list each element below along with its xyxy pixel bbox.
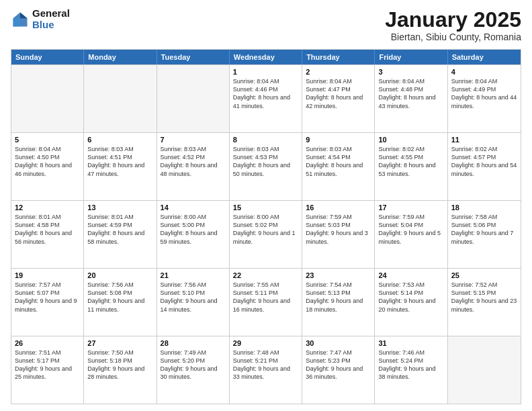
cell-info: Sunrise: 7:47 AM Sunset: 5:23 PM Dayligh… bbox=[306, 349, 371, 381]
calendar-row-3: 19Sunrise: 7:57 AM Sunset: 5:07 PM Dayli… bbox=[11, 268, 521, 336]
calendar-cell-3: 3Sunrise: 8:04 AM Sunset: 4:48 PM Daylig… bbox=[375, 65, 447, 132]
calendar-cell-26: 26Sunrise: 7:51 AM Sunset: 5:17 PM Dayli… bbox=[11, 336, 84, 404]
day-number: 18 bbox=[451, 203, 517, 212]
logo: General Blue bbox=[11, 8, 70, 30]
page: General Blue January 2025 Biertan, Sibiu… bbox=[0, 0, 532, 411]
calendar-cell-24: 24Sunrise: 7:53 AM Sunset: 5:14 PM Dayli… bbox=[375, 269, 447, 336]
calendar-header: SundayMondayTuesdayWednesdayThursdayFrid… bbox=[11, 50, 521, 64]
logo-blue-text: Blue bbox=[32, 19, 70, 31]
cell-info: Sunrise: 7:59 AM Sunset: 5:03 PM Dayligh… bbox=[306, 213, 371, 246]
day-number: 31 bbox=[378, 339, 443, 347]
cell-info: Sunrise: 8:03 AM Sunset: 4:54 PM Dayligh… bbox=[306, 145, 371, 178]
cell-info: Sunrise: 8:01 AM Sunset: 4:58 PM Dayligh… bbox=[15, 213, 80, 246]
day-number: 28 bbox=[161, 339, 226, 347]
day-number: 20 bbox=[87, 271, 152, 279]
calendar-cell-16: 16Sunrise: 7:59 AM Sunset: 5:03 PM Dayli… bbox=[302, 201, 375, 268]
calendar-cell-21: 21Sunrise: 7:56 AM Sunset: 5:10 PM Dayli… bbox=[157, 269, 230, 336]
calendar-cell-empty-0-1 bbox=[84, 65, 157, 132]
day-number: 29 bbox=[233, 339, 298, 347]
calendar-cell-23: 23Sunrise: 7:54 AM Sunset: 5:13 PM Dayli… bbox=[302, 269, 375, 336]
cell-info: Sunrise: 7:46 AM Sunset: 5:24 PM Dayligh… bbox=[378, 349, 443, 381]
calendar-cell-20: 20Sunrise: 7:56 AM Sunset: 5:08 PM Dayli… bbox=[84, 269, 157, 336]
calendar-cell-4: 4Sunrise: 8:04 AM Sunset: 4:49 PM Daylig… bbox=[448, 65, 521, 132]
calendar-cell-25: 25Sunrise: 7:52 AM Sunset: 5:15 PM Dayli… bbox=[448, 269, 521, 336]
day-number: 11 bbox=[451, 136, 517, 144]
day-number: 17 bbox=[378, 203, 443, 212]
calendar-cell-19: 19Sunrise: 7:57 AM Sunset: 5:07 PM Dayli… bbox=[11, 269, 84, 336]
cell-info: Sunrise: 8:01 AM Sunset: 4:59 PM Dayligh… bbox=[87, 213, 152, 246]
cell-info: Sunrise: 7:59 AM Sunset: 5:04 PM Dayligh… bbox=[378, 213, 443, 246]
logo-general-text: General bbox=[32, 8, 70, 19]
calendar-cell-12: 12Sunrise: 8:01 AM Sunset: 4:58 PM Dayli… bbox=[11, 201, 84, 268]
calendar-cell-22: 22Sunrise: 7:55 AM Sunset: 5:11 PM Dayli… bbox=[230, 269, 302, 336]
weekday-header-tuesday: Tuesday bbox=[157, 50, 230, 64]
cell-info: Sunrise: 7:55 AM Sunset: 5:11 PM Dayligh… bbox=[233, 281, 298, 314]
logo-text: General Blue bbox=[32, 8, 70, 30]
day-number: 23 bbox=[306, 271, 371, 279]
weekday-header-friday: Friday bbox=[375, 50, 447, 64]
month-title: January 2025 bbox=[385, 8, 521, 32]
day-number: 14 bbox=[161, 203, 226, 212]
calendar-row-0: 1Sunrise: 8:04 AM Sunset: 4:46 PM Daylig… bbox=[11, 64, 521, 132]
calendar-cell-28: 28Sunrise: 7:49 AM Sunset: 5:20 PM Dayli… bbox=[157, 336, 230, 404]
cell-info: Sunrise: 8:00 AM Sunset: 5:00 PM Dayligh… bbox=[161, 213, 226, 246]
day-number: 2 bbox=[306, 68, 371, 76]
location-subtitle: Biertan, Sibiu County, Romania bbox=[385, 32, 521, 42]
calendar-cell-empty-0-0 bbox=[11, 65, 84, 132]
day-number: 10 bbox=[378, 136, 443, 144]
calendar-cell-10: 10Sunrise: 8:02 AM Sunset: 4:55 PM Dayli… bbox=[375, 133, 447, 200]
cell-info: Sunrise: 7:58 AM Sunset: 5:06 PM Dayligh… bbox=[451, 213, 517, 246]
calendar-cell-empty-0-2 bbox=[157, 65, 230, 132]
calendar-cell-9: 9Sunrise: 8:03 AM Sunset: 4:54 PM Daylig… bbox=[302, 133, 375, 200]
calendar-row-1: 5Sunrise: 8:04 AM Sunset: 4:50 PM Daylig… bbox=[11, 132, 521, 200]
calendar-cell-empty-4-6 bbox=[448, 336, 521, 404]
calendar-row-4: 26Sunrise: 7:51 AM Sunset: 5:17 PM Dayli… bbox=[11, 336, 521, 404]
logo-icon bbox=[11, 10, 30, 29]
cell-info: Sunrise: 7:51 AM Sunset: 5:17 PM Dayligh… bbox=[15, 349, 80, 381]
cell-info: Sunrise: 7:52 AM Sunset: 5:15 PM Dayligh… bbox=[451, 281, 517, 314]
day-number: 25 bbox=[451, 271, 517, 279]
cell-info: Sunrise: 8:04 AM Sunset: 4:48 PM Dayligh… bbox=[378, 77, 443, 110]
cell-info: Sunrise: 8:04 AM Sunset: 4:49 PM Dayligh… bbox=[451, 77, 517, 110]
calendar-cell-6: 6Sunrise: 8:03 AM Sunset: 4:51 PM Daylig… bbox=[84, 133, 157, 200]
cell-info: Sunrise: 7:53 AM Sunset: 5:14 PM Dayligh… bbox=[378, 281, 443, 314]
day-number: 1 bbox=[233, 68, 298, 76]
cell-info: Sunrise: 7:50 AM Sunset: 5:18 PM Dayligh… bbox=[87, 349, 152, 381]
day-number: 21 bbox=[161, 271, 226, 279]
cell-info: Sunrise: 8:00 AM Sunset: 5:02 PM Dayligh… bbox=[233, 213, 298, 246]
header: General Blue January 2025 Biertan, Sibiu… bbox=[11, 8, 521, 42]
day-number: 16 bbox=[306, 203, 371, 212]
calendar-cell-15: 15Sunrise: 8:00 AM Sunset: 5:02 PM Dayli… bbox=[230, 201, 302, 268]
cell-info: Sunrise: 7:56 AM Sunset: 5:08 PM Dayligh… bbox=[87, 281, 152, 314]
calendar-cell-1: 1Sunrise: 8:04 AM Sunset: 4:46 PM Daylig… bbox=[230, 65, 302, 132]
day-number: 26 bbox=[15, 339, 80, 347]
cell-info: Sunrise: 8:02 AM Sunset: 4:57 PM Dayligh… bbox=[451, 145, 517, 178]
day-number: 24 bbox=[378, 271, 443, 279]
cell-info: Sunrise: 7:57 AM Sunset: 5:07 PM Dayligh… bbox=[15, 281, 80, 314]
day-number: 7 bbox=[161, 136, 226, 144]
day-number: 12 bbox=[15, 203, 80, 212]
weekday-header-saturday: Saturday bbox=[448, 50, 521, 64]
calendar-cell-2: 2Sunrise: 8:04 AM Sunset: 4:47 PM Daylig… bbox=[302, 65, 375, 132]
calendar-cell-31: 31Sunrise: 7:46 AM Sunset: 5:24 PM Dayli… bbox=[375, 336, 447, 404]
calendar-cell-8: 8Sunrise: 8:03 AM Sunset: 4:53 PM Daylig… bbox=[230, 133, 302, 200]
calendar-cell-5: 5Sunrise: 8:04 AM Sunset: 4:50 PM Daylig… bbox=[11, 133, 84, 200]
calendar-cell-29: 29Sunrise: 7:48 AM Sunset: 5:21 PM Dayli… bbox=[230, 336, 302, 404]
cell-info: Sunrise: 8:04 AM Sunset: 4:46 PM Dayligh… bbox=[233, 77, 298, 110]
svg-marker-1 bbox=[20, 12, 28, 18]
calendar-cell-18: 18Sunrise: 7:58 AM Sunset: 5:06 PM Dayli… bbox=[448, 201, 521, 268]
cell-info: Sunrise: 8:04 AM Sunset: 4:47 PM Dayligh… bbox=[306, 77, 371, 110]
weekday-header-monday: Monday bbox=[84, 50, 157, 64]
svg-rect-2 bbox=[13, 18, 21, 26]
calendar-row-2: 12Sunrise: 8:01 AM Sunset: 4:58 PM Dayli… bbox=[11, 200, 521, 268]
day-number: 6 bbox=[87, 136, 152, 144]
day-number: 19 bbox=[15, 271, 80, 279]
cell-info: Sunrise: 8:03 AM Sunset: 4:51 PM Dayligh… bbox=[87, 145, 152, 178]
day-number: 3 bbox=[378, 68, 443, 76]
calendar-cell-17: 17Sunrise: 7:59 AM Sunset: 5:04 PM Dayli… bbox=[375, 201, 447, 268]
day-number: 8 bbox=[233, 136, 298, 144]
calendar-cell-14: 14Sunrise: 8:00 AM Sunset: 5:00 PM Dayli… bbox=[157, 201, 230, 268]
calendar-cell-30: 30Sunrise: 7:47 AM Sunset: 5:23 PM Dayli… bbox=[302, 336, 375, 404]
cell-info: Sunrise: 8:03 AM Sunset: 4:53 PM Dayligh… bbox=[233, 145, 298, 178]
calendar: SundayMondayTuesdayWednesdayThursdayFrid… bbox=[11, 49, 521, 404]
